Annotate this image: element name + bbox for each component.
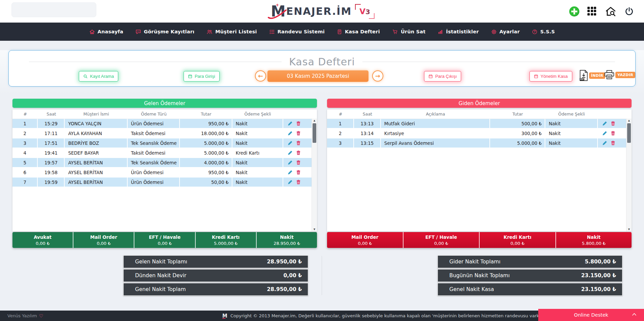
cell-amount: 5.000,00 ₺ (490, 138, 545, 148)
cell-actions (283, 158, 312, 167)
scroll-down-icon[interactable]: ▼ (312, 228, 317, 231)
delete-icon[interactable] (611, 140, 615, 146)
incoming-scrollbar[interactable]: ▲ ▼ (312, 119, 317, 231)
edit-icon[interactable] (602, 140, 607, 146)
cell-actions (283, 138, 312, 148)
nav-item-gorusme-kayitlari[interactable]: Görüşme Kayıtları (135, 29, 194, 35)
summary-value: 23.150,00 ₺ (581, 272, 616, 279)
scroll-thumb[interactable] (313, 123, 316, 143)
edit-icon[interactable] (602, 121, 607, 126)
delete-icon[interactable] (296, 150, 301, 155)
apps-grid-icon[interactable] (587, 7, 597, 16)
delete-icon[interactable] (296, 170, 301, 175)
cell-amount: 18.000,00 ₺ (180, 129, 232, 138)
date-button[interactable]: 03 Kasım 2025 Pazartesi (267, 70, 368, 82)
cell-index: 2 (12, 129, 38, 138)
totals-value: 0,00 ₺ (36, 241, 50, 246)
cell-payment-type: Taksit Ödemesi (128, 148, 180, 157)
incoming-row: 5 19:57 AYSEL BERİTAN Tek Seanslık Ödeme… (12, 158, 312, 168)
page-title: Kasa Defteri (289, 56, 355, 68)
outgoing-panel-title: Giden Ödemeler (327, 99, 632, 108)
cell-payment-method: Nakit (232, 178, 283, 187)
totals-cell: Mail Order 0,00 ₺ (327, 232, 404, 248)
summary-label: Gelen Nakit Toplamı (135, 259, 187, 265)
nav-item-ayarlar[interactable]: Ayarlar (491, 29, 520, 35)
outgoing-scrollbar[interactable]: ▲ ▼ (626, 119, 632, 231)
main-nav: Anasayfa Görüşme Kayıtları Müşteri Liste… (0, 23, 644, 41)
incoming-row: 4 19:41 SEDEF BAYAR Taksit Ödemesi 5.000… (12, 148, 312, 158)
outgoing-row: 2 13:14 Kırtasiye 300,00 ₺ Nakit (327, 129, 626, 138)
nav-item-sss[interactable]: ? S.S.S (532, 29, 555, 35)
edit-icon[interactable] (288, 170, 293, 175)
incoming-payments-panel: Gelen Ödemeler # Saat Müşteri İsmi Ödeme… (12, 99, 317, 248)
summary-row: Gelen Nakit Toplamı 28.950,00 ₺ (123, 255, 308, 268)
totals-label: Kredi Kartı (212, 234, 240, 240)
summary-value: 28.950,00 ₺ (267, 286, 302, 292)
totals-cell: EFT / Havale 0,00 ₺ (134, 232, 195, 248)
cell-customer-name: SEDEF BAYAR (65, 148, 127, 157)
nav-item-istatistikler[interactable]: İstatistikler (438, 29, 479, 35)
cell-payment-method: Nakit (232, 168, 283, 177)
delete-icon[interactable] (611, 131, 615, 136)
next-day-button[interactable]: → (372, 70, 383, 82)
nav-item-musteri-listesi[interactable]: Müşteri Listesi (206, 29, 257, 35)
menajer-m-icon: M (222, 313, 227, 319)
summary-label: Genel Nakit Kasa (449, 286, 494, 292)
summary-value: 23.150,00 ₺ (581, 286, 616, 292)
summary-row: Dünden Nakit Devir 0,00 ₺ (123, 269, 308, 282)
nav-item-anasayfa[interactable]: Anasayfa (89, 29, 123, 35)
scroll-up-icon[interactable]: ▲ (626, 119, 632, 122)
previous-day-button[interactable]: ← (255, 70, 266, 82)
money-in-button[interactable]: Para Girişi (184, 71, 220, 82)
summary-label: Gider Nakit Toplamı (449, 259, 501, 265)
cell-time: 17:51 (38, 138, 65, 148)
search-records-button[interactable]: Kayıt Arama (79, 71, 118, 82)
cell-time: 17:11 (38, 129, 65, 138)
scroll-thumb[interactable] (627, 123, 631, 143)
cell-customer-name: AYLA KAYAHAN (65, 129, 127, 138)
incoming-row: 3 17:51 BEDRİYE BOZ Tek Seanslık Ödeme 5… (12, 138, 312, 148)
download-pdf-button[interactable]: PDF İNDİR (579, 70, 606, 81)
incoming-panel-title: Gelen Ödemeler (12, 99, 317, 108)
cell-payment-type: Ürün Ödemesi (128, 168, 180, 177)
edit-icon[interactable] (288, 131, 293, 136)
cell-description: Kırtasiye (381, 129, 490, 138)
management-cash-button[interactable]: Yönetim Kasa (529, 71, 572, 82)
delete-icon[interactable] (296, 121, 301, 126)
edit-icon[interactable] (602, 131, 607, 136)
power-icon[interactable] (624, 7, 634, 16)
delete-icon[interactable] (296, 131, 301, 136)
delete-icon[interactable] (296, 160, 301, 165)
delete-icon[interactable] (296, 140, 301, 146)
top-icons (569, 0, 634, 23)
footer-brand: Venüs Yazılım ♡ (7, 313, 43, 319)
nav-item-randevu-sistemi[interactable]: Randevu Sistemi (269, 29, 325, 35)
totals-value: 0,00 ₺ (434, 241, 448, 246)
edit-icon[interactable] (288, 121, 293, 126)
edit-icon[interactable] (288, 140, 293, 146)
delete-icon[interactable] (611, 121, 615, 126)
home-search-icon[interactable] (605, 6, 616, 17)
edit-icon[interactable] (288, 160, 293, 165)
heart-icon: ♡ (39, 313, 43, 319)
online-support-button[interactable]: Online Destek (538, 309, 644, 321)
summary-label: Genel Nakit Toplam (135, 286, 186, 292)
svg-text:PDF: PDF (580, 78, 584, 80)
money-out-button[interactable]: Para Çıkışı (424, 71, 461, 82)
svg-text:?: ? (534, 30, 536, 33)
outgoing-totals-bar: Mail Order 0,00 ₺ EFT / Havale 0,00 ₺ Kr… (327, 232, 632, 248)
delete-icon[interactable] (296, 180, 301, 185)
nav-item-urun-sat[interactable]: Ürün Sat (392, 29, 425, 35)
totals-value: 0,00 ₺ (511, 241, 524, 246)
cell-actions (598, 119, 626, 128)
add-icon[interactable] (569, 6, 579, 17)
edit-icon[interactable] (288, 150, 293, 155)
print-button[interactable]: YAZDIR (604, 70, 635, 80)
scroll-down-icon[interactable]: ▼ (626, 228, 632, 231)
top-header: M + ENAJER.İM V3 (0, 0, 644, 23)
nav-item-kasa-defteri[interactable]: Kasa Defteri (337, 29, 380, 35)
scroll-up-icon[interactable]: ▲ (312, 119, 317, 122)
chevron-up-icon (632, 313, 637, 316)
totals-value: 0,00 ₺ (358, 241, 372, 246)
edit-icon[interactable] (288, 180, 293, 185)
